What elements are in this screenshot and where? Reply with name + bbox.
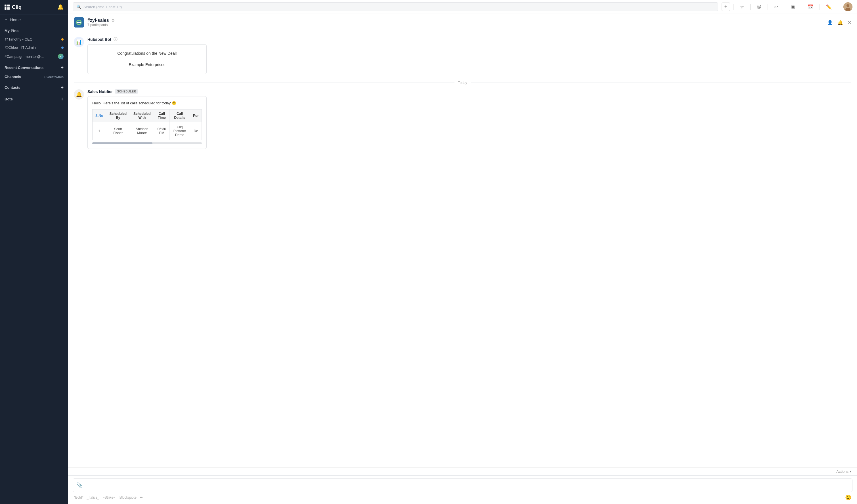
channel-header-left: #zyl-sales ⚙ 7 participants <box>74 17 115 28</box>
bot-name-row: Hubspot Bot ⓘ <box>87 37 851 42</box>
format-blockquote[interactable]: !Blockquote <box>119 496 136 500</box>
channels-label: Channels <box>4 74 21 79</box>
hubspot-bot-content: Hubspot Bot ⓘ Congratulations on the New… <box>87 37 851 74</box>
recent-conversations-add-icon[interactable]: + <box>61 65 64 71</box>
topbar-divider-3 <box>768 4 768 10</box>
status-dot-timothy <box>61 38 64 40</box>
flag-icon[interactable]: ✏️ <box>825 3 833 11</box>
table-header-call-details: Call Details <box>169 109 190 122</box>
topbar-divider-4 <box>784 4 784 10</box>
scheduler-greeting: Hello! Here's the list of calls schedule… <box>92 101 202 105</box>
date-separator-text: Today <box>458 81 467 85</box>
actions-bar: Actions ▾ <box>68 467 857 475</box>
card-line1: Congratulations on the New Deal! <box>95 50 200 56</box>
add-icon: + <box>724 4 727 10</box>
table-cell-scheduled-with: Sheldon Moore <box>130 122 154 140</box>
notification-icon[interactable]: 🔔 <box>837 20 843 25</box>
reply-icon[interactable]: ↩ <box>773 3 779 11</box>
contacts-label: Contacts <box>4 85 20 90</box>
format-italics[interactable]: _Italics_ <box>87 496 99 500</box>
sidebar-header: Cliq 🔔 <box>0 0 68 15</box>
table-header-sno: S.No <box>93 109 106 122</box>
table-scroll-wrapper[interactable]: S.No Scheduled By Scheduled With Call Ti… <box>92 109 202 140</box>
topbar-divider-2 <box>750 4 751 10</box>
scheduler-name: Sales Notifier <box>87 89 113 94</box>
table-header-call-time: Call Time <box>154 109 169 122</box>
search-placeholder: Search (cmd + shift + f) <box>83 5 122 9</box>
bots-add-icon[interactable]: + <box>61 96 64 102</box>
hubspot-message-card: Congratulations on the New Deal! Example… <box>87 44 207 74</box>
calendar-icon[interactable]: 📅 <box>806 3 814 11</box>
bell-icon[interactable]: 🔔 <box>57 4 64 10</box>
bots-section[interactable]: Bots + <box>0 93 68 105</box>
channels-section[interactable]: Channels + Create/Join <box>0 72 68 82</box>
scheduler-name-row: Sales Notifier SCHEDULER <box>87 89 851 94</box>
table-cell-call-time: 06:30 PM <box>154 122 169 140</box>
close-icon[interactable]: ✕ <box>847 20 851 25</box>
attach-icon[interactable]: 📎 <box>77 482 83 488</box>
sidebar-item-home[interactable]: ⌂ Home <box>0 15 68 25</box>
contacts-section[interactable]: Contacts + <box>0 82 68 93</box>
topbar-divider-7 <box>838 4 838 10</box>
main-area: 🔍 Search (cmd + shift + f) + ☆ @ ↩ ▣ 📅 ✏… <box>68 0 857 504</box>
schedule-table: S.No Scheduled By Scheduled With Call Ti… <box>92 109 202 140</box>
format-strike[interactable]: ~Strike~ <box>102 496 115 500</box>
emoji-icon[interactable]: 🙂 <box>845 494 851 501</box>
pin-label-campaign: #Campaign-monitor@... <box>4 54 44 59</box>
channel-header: #zyl-sales ⚙ 7 participants 👤 🔔 ✕ <box>68 14 857 31</box>
table-header-scheduled-by: Scheduled By <box>106 109 130 122</box>
my-pins-section[interactable]: My Pins <box>0 25 68 35</box>
add-button[interactable]: + <box>722 3 730 11</box>
messages-area: 📊 Hubspot Bot ⓘ Congratulations on the N… <box>68 31 857 467</box>
recent-conversations-label: Recent Conversations <box>4 66 44 70</box>
table-cell-sno: 1 <box>93 122 106 140</box>
hubspot-bot-message: 📊 Hubspot Bot ⓘ Congratulations on the N… <box>74 37 851 74</box>
format-hints: *Bold* _Italics_ ~Strike~ !Blockquote ••… <box>74 496 144 500</box>
format-more[interactable]: ••• <box>140 496 144 500</box>
card-icon[interactable]: ▣ <box>789 3 796 11</box>
message-input-box[interactable]: 📎 <box>73 479 853 492</box>
topbar-icons: ☆ @ ↩ ▣ 📅 ✏️ <box>734 2 853 11</box>
scheduler-message: 🔔 Sales Notifier SCHEDULER Hello! Here's… <box>74 89 851 149</box>
bot-name: Hubspot Bot <box>87 37 111 42</box>
contacts-add-icon[interactable]: + <box>61 85 64 90</box>
star-icon[interactable]: ☆ <box>739 3 745 11</box>
scheduler-badge: SCHEDULER <box>115 89 138 93</box>
info-icon[interactable]: ⓘ <box>114 37 118 42</box>
channel-settings-icon[interactable]: ⚙ <box>111 18 115 23</box>
input-toolbar: *Bold* _Italics_ ~Strike~ !Blockquote ••… <box>73 492 853 501</box>
topbar: 🔍 Search (cmd + shift + f) + ☆ @ ↩ ▣ 📅 ✏… <box>68 0 857 14</box>
my-pins-label: My Pins <box>4 29 18 33</box>
table-header-pur: Pur <box>190 109 202 122</box>
mention-icon[interactable]: @ <box>756 3 762 11</box>
scheduler-card: Hello! Here's the list of calls schedule… <box>87 96 207 149</box>
pin-label-chloe: @Chloe - IT Admin <box>4 46 36 50</box>
pin-item-chloe[interactable]: @Chloe - IT Admin <box>0 44 68 52</box>
date-separator: Today <box>74 81 851 85</box>
table-scrollbar[interactable] <box>92 142 202 144</box>
format-bold[interactable]: *Bold* <box>74 496 83 500</box>
bots-label: Bots <box>4 97 13 101</box>
sidebar: Cliq 🔔 ⌂ Home My Pins @Timothy - CEO @Ch… <box>0 0 68 504</box>
actions-label: Actions <box>836 469 848 474</box>
actions-dropdown[interactable]: Actions ▾ <box>836 469 851 474</box>
user-avatar[interactable] <box>843 2 853 11</box>
topbar-divider-1 <box>734 4 734 10</box>
table-row: 1 Scott Fisher Sheldon Moore 06:30 PM Cl… <box>93 122 202 140</box>
channel-avatar <box>74 17 84 28</box>
members-icon[interactable]: 👤 <box>827 20 833 25</box>
create-join-link[interactable]: + Create/Join <box>44 75 64 79</box>
app-logo[interactable]: Cliq <box>4 4 21 10</box>
app-name: Cliq <box>12 4 21 10</box>
pin-item-timothy[interactable]: @Timothy - CEO <box>0 35 68 44</box>
channel-participants: 7 participants <box>87 23 115 27</box>
channel-icon-campaign: ▲ <box>58 54 64 59</box>
hubspot-bot-avatar: 📊 <box>74 37 84 47</box>
channel-name: #zyl-sales <box>87 18 109 23</box>
table-cell-pur: De <box>190 122 202 140</box>
recent-conversations-section[interactable]: Recent Conversations + <box>0 61 68 72</box>
scheduler-content: Sales Notifier SCHEDULER Hello! Here's t… <box>87 89 851 149</box>
pin-item-campaign[interactable]: #Campaign-monitor@... ▲ <box>0 52 68 61</box>
search-box[interactable]: 🔍 Search (cmd + shift + f) <box>73 2 718 11</box>
sidebar-home-label: Home <box>10 18 21 22</box>
